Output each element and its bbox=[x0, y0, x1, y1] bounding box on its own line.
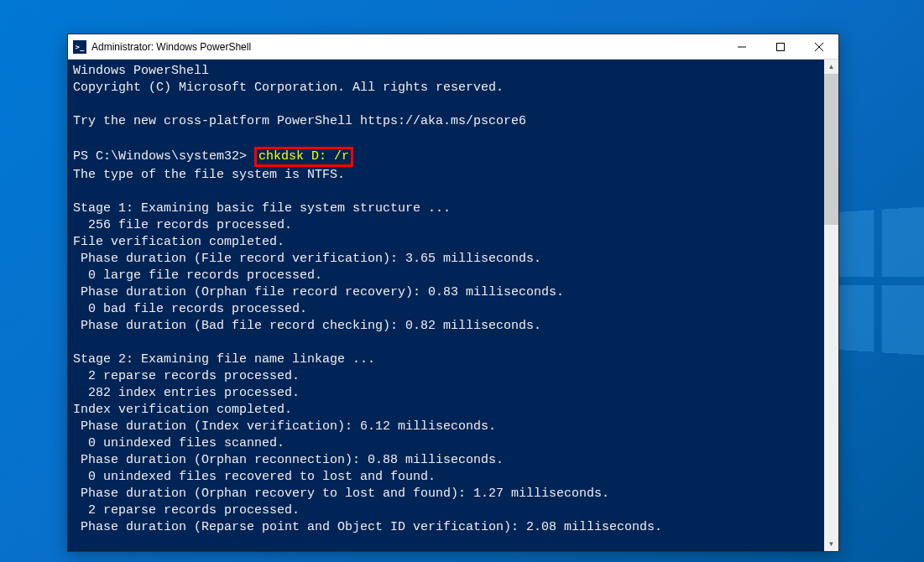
scroll-track[interactable] bbox=[824, 74, 838, 537]
scroll-up-arrow-icon[interactable]: ▲ bbox=[824, 60, 838, 74]
console-line: Phase duration (File record verification… bbox=[73, 252, 541, 266]
console-line: Try the new cross-platform PowerShell ht… bbox=[73, 114, 526, 128]
console-line: Copyright (C) Microsoft Corporation. All… bbox=[73, 81, 504, 95]
console-line: 0 large file records processed. bbox=[73, 268, 322, 283]
close-button[interactable] bbox=[800, 34, 838, 59]
scroll-thumb[interactable] bbox=[824, 74, 838, 225]
console-line: 0 unindexed files scanned. bbox=[73, 436, 285, 450]
console-line: Phase duration (Orphan reconnection): 0.… bbox=[73, 453, 504, 467]
command-text: chkdsk D: /r bbox=[258, 149, 349, 164]
window-controls bbox=[723, 34, 838, 59]
console-line: File verification completed. bbox=[73, 235, 285, 249]
console-line: The type of the file system is NTFS. bbox=[73, 168, 345, 182]
scroll-down-arrow-icon[interactable]: ▼ bbox=[824, 537, 838, 551]
svg-rect-1 bbox=[777, 43, 785, 50]
maximize-button[interactable] bbox=[761, 34, 800, 59]
scrollbar[interactable]: ▲ ▼ bbox=[824, 60, 838, 551]
console-line: 2 reparse records processed. bbox=[73, 369, 300, 383]
console-output[interactable]: Windows PowerShell Copyright (C) Microso… bbox=[68, 60, 824, 551]
titlebar[interactable]: >_ Administrator: Windows PowerShell bbox=[68, 34, 838, 60]
window-title: Administrator: Windows PowerShell bbox=[91, 41, 723, 53]
console-line: Phase duration (Orphan recovery to lost … bbox=[73, 487, 609, 501]
console-prompt: PS C:\Windows\system32> bbox=[73, 149, 254, 164]
console-line: 256 file records processed. bbox=[73, 218, 292, 232]
console-line: Stage 2: Examining file name linkage ... bbox=[73, 352, 375, 367]
console-line: 2 reparse records processed. bbox=[73, 503, 300, 518]
minimize-button[interactable] bbox=[723, 34, 761, 59]
console-line: Windows PowerShell bbox=[73, 64, 209, 78]
console-line: 0 bad file records processed. bbox=[73, 302, 307, 316]
console-line: Phase duration (Orphan file record recov… bbox=[73, 285, 564, 299]
console-line: Stage 1: Examining basic file system str… bbox=[73, 201, 451, 216]
powershell-icon: >_ bbox=[73, 40, 86, 54]
console-line: Phase duration (Bad file record checking… bbox=[73, 319, 541, 333]
powershell-window: >_ Administrator: Windows PowerShell Win… bbox=[67, 34, 839, 552]
console-line: Phase duration (Index verification): 6.1… bbox=[73, 419, 496, 434]
console-line: Phase duration (Reparse point and Object… bbox=[73, 520, 662, 534]
console-line: 0 unindexed files recovered to lost and … bbox=[73, 470, 436, 484]
console-line: 282 index entries processed. bbox=[73, 386, 300, 400]
command-highlight-box: chkdsk D: /r bbox=[254, 147, 353, 167]
console-line: Index verification completed. bbox=[73, 403, 292, 417]
